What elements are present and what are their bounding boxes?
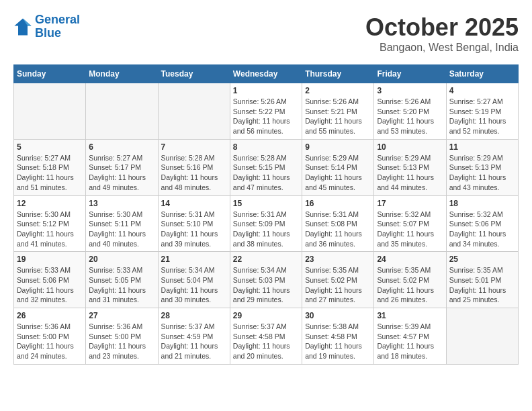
calendar-week-row: 1Sunrise: 5:26 AM Sunset: 5:22 PM Daylig… <box>14 83 519 140</box>
day-info: Sunrise: 5:28 AM Sunset: 5:15 PM Dayligh… <box>233 153 299 193</box>
day-info: Sunrise: 5:34 AM Sunset: 5:04 PM Dayligh… <box>161 265 227 305</box>
day-number: 9 <box>305 142 371 152</box>
day-info: Sunrise: 5:36 AM Sunset: 5:00 PM Dayligh… <box>89 322 154 361</box>
calendar-cell: 22Sunrise: 5:34 AM Sunset: 5:03 PM Dayli… <box>230 252 302 308</box>
day-info: Sunrise: 5:31 AM Sunset: 5:08 PM Dayligh… <box>305 210 371 249</box>
day-info: Sunrise: 5:27 AM Sunset: 5:17 PM Dayligh… <box>89 153 154 193</box>
location: Bangaon, West Bengal, India <box>365 42 519 54</box>
title-block: October 2025 Bangaon, West Bengal, India <box>365 13 519 54</box>
calendar-cell: 28Sunrise: 5:37 AM Sunset: 4:59 PM Dayli… <box>158 308 230 365</box>
calendar-cell: 29Sunrise: 5:37 AM Sunset: 4:58 PM Dayli… <box>230 308 302 365</box>
calendar-week-row: 12Sunrise: 5:30 AM Sunset: 5:12 PM Dayli… <box>14 195 519 252</box>
weekday-header: Monday <box>86 65 158 83</box>
day-number: 30 <box>305 311 371 320</box>
calendar-cell: 7Sunrise: 5:28 AM Sunset: 5:16 PM Daylig… <box>158 139 230 195</box>
calendar-cell: 1Sunrise: 5:26 AM Sunset: 5:22 PM Daylig… <box>230 83 302 140</box>
calendar-cell: 5Sunrise: 5:27 AM Sunset: 5:18 PM Daylig… <box>14 139 86 195</box>
calendar-cell: 9Sunrise: 5:29 AM Sunset: 5:14 PM Daylig… <box>302 139 374 195</box>
day-info: Sunrise: 5:32 AM Sunset: 5:06 PM Dayligh… <box>449 210 515 249</box>
calendar-week-row: 5Sunrise: 5:27 AM Sunset: 5:18 PM Daylig… <box>14 139 519 195</box>
day-number: 29 <box>233 311 299 320</box>
calendar-cell: 16Sunrise: 5:31 AM Sunset: 5:08 PM Dayli… <box>302 195 374 252</box>
weekday-header: Friday <box>374 65 446 83</box>
day-number: 13 <box>89 199 154 208</box>
day-info: Sunrise: 5:36 AM Sunset: 5:00 PM Dayligh… <box>17 322 83 361</box>
day-info: Sunrise: 5:31 AM Sunset: 5:10 PM Dayligh… <box>161 210 227 249</box>
calendar-cell: 17Sunrise: 5:32 AM Sunset: 5:07 PM Dayli… <box>374 195 446 252</box>
day-number: 8 <box>233 142 299 152</box>
day-number: 7 <box>161 142 227 152</box>
weekday-header-row: SundayMondayTuesdayWednesdayThursdayFrid… <box>14 65 519 83</box>
page-header: General Blue October 2025 Bangaon, West … <box>13 13 519 54</box>
calendar-cell: 10Sunrise: 5:29 AM Sunset: 5:13 PM Dayli… <box>374 139 446 195</box>
day-info: Sunrise: 5:35 AM Sunset: 5:02 PM Dayligh… <box>377 265 443 305</box>
day-number: 11 <box>449 142 515 152</box>
day-number: 17 <box>377 199 443 208</box>
day-info: Sunrise: 5:37 AM Sunset: 4:58 PM Dayligh… <box>233 322 299 361</box>
day-info: Sunrise: 5:33 AM Sunset: 5:05 PM Dayligh… <box>89 265 154 305</box>
calendar-cell <box>86 83 158 140</box>
weekday-header: Thursday <box>302 65 374 83</box>
calendar-cell: 11Sunrise: 5:29 AM Sunset: 5:13 PM Dayli… <box>446 139 518 195</box>
day-number: 18 <box>449 199 515 208</box>
day-number: 20 <box>89 255 154 264</box>
day-info: Sunrise: 5:37 AM Sunset: 4:59 PM Dayligh… <box>161 322 227 361</box>
day-info: Sunrise: 5:29 AM Sunset: 5:13 PM Dayligh… <box>377 153 443 193</box>
day-info: Sunrise: 5:35 AM Sunset: 5:02 PM Dayligh… <box>305 265 371 305</box>
calendar-cell: 2Sunrise: 5:26 AM Sunset: 5:21 PM Daylig… <box>302 83 374 140</box>
calendar: SundayMondayTuesdayWednesdayThursdayFrid… <box>13 64 519 365</box>
day-number: 19 <box>17 255 83 264</box>
calendar-cell: 20Sunrise: 5:33 AM Sunset: 5:05 PM Dayli… <box>86 252 158 308</box>
day-number: 10 <box>377 142 443 152</box>
day-info: Sunrise: 5:26 AM Sunset: 5:22 PM Dayligh… <box>233 97 299 136</box>
day-info: Sunrise: 5:30 AM Sunset: 5:11 PM Dayligh… <box>89 210 154 249</box>
day-info: Sunrise: 5:34 AM Sunset: 5:03 PM Dayligh… <box>233 265 299 305</box>
day-number: 23 <box>305 255 371 264</box>
day-number: 15 <box>233 199 299 208</box>
month-title: October 2025 <box>365 13 519 42</box>
day-number: 28 <box>161 311 227 320</box>
calendar-cell: 31Sunrise: 5:39 AM Sunset: 4:57 PM Dayli… <box>374 308 446 365</box>
day-number: 26 <box>17 311 83 320</box>
calendar-week-row: 19Sunrise: 5:33 AM Sunset: 5:06 PM Dayli… <box>14 252 519 308</box>
day-info: Sunrise: 5:38 AM Sunset: 4:58 PM Dayligh… <box>305 322 371 361</box>
day-number: 14 <box>161 199 227 208</box>
day-info: Sunrise: 5:32 AM Sunset: 5:07 PM Dayligh… <box>377 210 443 249</box>
day-number: 4 <box>449 86 515 95</box>
logo-line1: General <box>35 13 80 26</box>
day-info: Sunrise: 5:27 AM Sunset: 5:18 PM Dayligh… <box>17 153 83 193</box>
day-number: 31 <box>377 311 443 320</box>
day-info: Sunrise: 5:30 AM Sunset: 5:12 PM Dayligh… <box>17 210 83 249</box>
calendar-cell <box>14 83 86 140</box>
day-info: Sunrise: 5:26 AM Sunset: 5:21 PM Dayligh… <box>305 97 371 136</box>
day-number: 21 <box>161 255 227 264</box>
day-info: Sunrise: 5:39 AM Sunset: 4:57 PM Dayligh… <box>377 322 443 361</box>
day-info: Sunrise: 5:26 AM Sunset: 5:20 PM Dayligh… <box>377 97 443 136</box>
day-number: 3 <box>377 86 443 95</box>
day-number: 1 <box>233 86 299 95</box>
weekday-header: Sunday <box>14 65 86 83</box>
day-number: 27 <box>89 311 154 320</box>
day-info: Sunrise: 5:35 AM Sunset: 5:01 PM Dayligh… <box>449 265 515 305</box>
day-number: 12 <box>17 199 83 208</box>
calendar-cell: 30Sunrise: 5:38 AM Sunset: 4:58 PM Dayli… <box>302 308 374 365</box>
calendar-cell <box>158 83 230 140</box>
calendar-cell: 23Sunrise: 5:35 AM Sunset: 5:02 PM Dayli… <box>302 252 374 308</box>
day-number: 2 <box>305 86 371 95</box>
calendar-cell: 13Sunrise: 5:30 AM Sunset: 5:11 PM Dayli… <box>86 195 158 252</box>
logo-line2: Blue <box>35 26 61 40</box>
calendar-cell: 18Sunrise: 5:32 AM Sunset: 5:06 PM Dayli… <box>446 195 518 252</box>
calendar-cell: 24Sunrise: 5:35 AM Sunset: 5:02 PM Dayli… <box>374 252 446 308</box>
calendar-cell: 21Sunrise: 5:34 AM Sunset: 5:04 PM Dayli… <box>158 252 230 308</box>
calendar-cell: 3Sunrise: 5:26 AM Sunset: 5:20 PM Daylig… <box>374 83 446 140</box>
logo-text: General Blue <box>35 13 80 40</box>
calendar-cell: 8Sunrise: 5:28 AM Sunset: 5:15 PM Daylig… <box>230 139 302 195</box>
calendar-cell: 15Sunrise: 5:31 AM Sunset: 5:09 PM Dayli… <box>230 195 302 252</box>
day-number: 6 <box>89 142 154 152</box>
svg-marker-0 <box>14 18 31 35</box>
day-number: 25 <box>449 255 515 264</box>
day-info: Sunrise: 5:31 AM Sunset: 5:09 PM Dayligh… <box>233 210 299 249</box>
calendar-cell: 12Sunrise: 5:30 AM Sunset: 5:12 PM Dayli… <box>14 195 86 252</box>
day-number: 16 <box>305 199 371 208</box>
calendar-week-row: 26Sunrise: 5:36 AM Sunset: 5:00 PM Dayli… <box>14 308 519 365</box>
